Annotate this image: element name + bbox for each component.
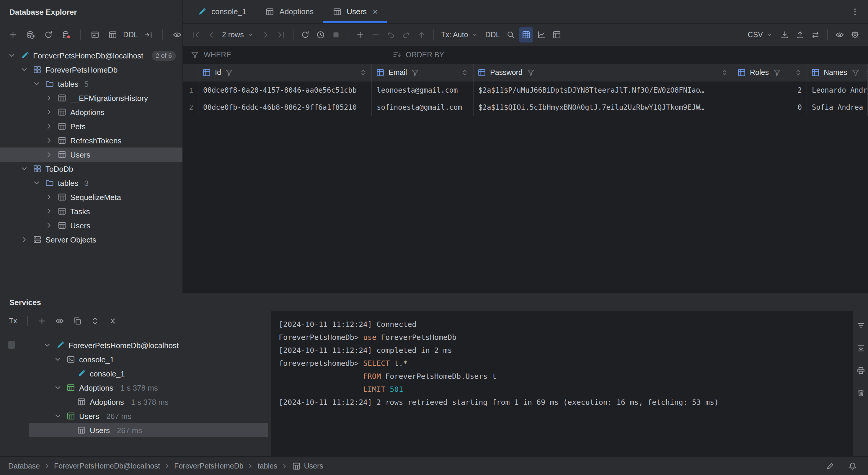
- disconnect-button[interactable]: [59, 27, 73, 42]
- explorer-item-tables[interactable]: tables5: [0, 77, 182, 91]
- explorer-item-foreverpetshomedb[interactable]: ForeverPetsHomeDb: [0, 63, 182, 77]
- compare-data-button[interactable]: [808, 27, 823, 42]
- chart-view-toggle[interactable]: [534, 27, 548, 42]
- service-item-foreverpetshomedb-localhost[interactable]: ForeverPetsHomeDb@localhost: [29, 338, 268, 352]
- cell-password[interactable]: $2a$11$QIOi.5cIbHmyxBNOA0gtJ.7eilu2UzRbw…: [473, 99, 733, 116]
- ddl-button[interactable]: DDL: [483, 27, 502, 42]
- expand-all-button[interactable]: [88, 313, 102, 329]
- explorer-item-tasks[interactable]: Tasks: [0, 204, 182, 218]
- cell-password[interactable]: $2a$11$P/uMuJ66BiDptsDJYN8TteeraJlT.Nf3O…: [473, 81, 733, 99]
- explorer-item-foreverpetshomedb-localhost[interactable]: ForeverPetsHomeDb@localhost2 of 6: [0, 48, 182, 63]
- open-console-button[interactable]: [88, 27, 102, 42]
- row-number[interactable]: 2: [183, 99, 198, 116]
- explorer-item-users[interactable]: Users: [0, 218, 182, 233]
- breadcrumb-foreverpetshomedb[interactable]: ForeverPetsHomeDb: [174, 462, 244, 470]
- explorer-item-users[interactable]: Users: [0, 147, 182, 162]
- tab-console-1[interactable]: console_1: [188, 0, 256, 23]
- cell-roles[interactable]: 0: [733, 99, 807, 116]
- column-filter-icon[interactable]: [772, 68, 782, 77]
- order-by-filter[interactable]: ORDER BY: [385, 50, 452, 60]
- column-filter-icon[interactable]: [850, 68, 860, 77]
- column-sort-icon[interactable]: [720, 68, 729, 77]
- page-size-dropdown[interactable]: 2 rows: [220, 27, 257, 42]
- transaction-filter-button[interactable]: Tx: [6, 313, 20, 329]
- auto-refresh-button[interactable]: [314, 27, 328, 42]
- row-number[interactable]: 1: [183, 81, 198, 99]
- transaction-mode-dropdown[interactable]: Tx: Auto: [439, 27, 482, 42]
- tab-users[interactable]: Users×: [323, 0, 387, 23]
- breadcrumb-tables[interactable]: tables: [258, 462, 278, 470]
- cell-email[interactable]: sofinoesta@gmail.com: [372, 99, 473, 116]
- settings-button[interactable]: [848, 27, 862, 42]
- column-header-id[interactable]: Id: [198, 64, 372, 81]
- grid-view-toggle[interactable]: [519, 27, 533, 42]
- column-sort-icon[interactable]: [460, 68, 469, 77]
- column-filter-icon[interactable]: [225, 68, 234, 77]
- view-options-button[interactable]: [170, 27, 183, 42]
- print-button[interactable]: [854, 363, 868, 378]
- column-sort-icon[interactable]: [359, 68, 368, 77]
- breadcrumb-users[interactable]: Users: [291, 461, 323, 471]
- new-item-button[interactable]: [6, 27, 20, 42]
- find-button[interactable]: [503, 27, 518, 42]
- clear-console-button[interactable]: [854, 385, 868, 401]
- column-header-email[interactable]: Email: [372, 64, 473, 81]
- explorer-item-adoptions[interactable]: Adoptions: [0, 105, 182, 119]
- breadcrumb-database[interactable]: Database: [8, 462, 40, 470]
- open-data-button[interactable]: [106, 27, 120, 42]
- explorer-item-server-objects[interactable]: Server Objects: [0, 233, 182, 247]
- transpose-view-toggle[interactable]: [550, 27, 564, 42]
- add-service-button[interactable]: [35, 313, 49, 329]
- service-item-console-1[interactable]: console_1: [29, 352, 268, 366]
- column-header-password[interactable]: Password: [473, 64, 733, 81]
- column-sort-icon[interactable]: [864, 68, 868, 77]
- last-page-button[interactable]: [274, 27, 288, 42]
- jump-to-ddl-button[interactable]: [141, 27, 155, 42]
- notifications-button[interactable]: [845, 458, 860, 474]
- tab-options-button[interactable]: [848, 4, 862, 19]
- cell-names[interactable]: Leonardo Andr: [807, 81, 868, 99]
- redo-button[interactable]: [399, 27, 413, 42]
- service-checkbox[interactable]: [8, 341, 16, 349]
- services-view-options-button[interactable]: [53, 313, 67, 329]
- next-page-button[interactable]: [259, 27, 273, 42]
- sync-datasource-button[interactable]: [24, 27, 38, 42]
- explorer-item-tododb[interactable]: ToDoDb: [0, 162, 182, 176]
- explorer-item-sequelizemeta[interactable]: SequelizeMeta: [0, 190, 182, 204]
- service-item-console-1[interactable]: console_1: [29, 366, 268, 381]
- column-sort-icon[interactable]: [794, 68, 803, 77]
- export-format-dropdown[interactable]: CSV: [745, 27, 776, 42]
- ddl-viewer-button[interactable]: DDL: [123, 27, 137, 42]
- service-item-users[interactable]: Users267 ms: [29, 409, 268, 423]
- refresh-objects-button[interactable]: [41, 27, 56, 42]
- add-row-button[interactable]: [353, 27, 367, 42]
- console-filter-button[interactable]: [854, 318, 868, 333]
- cell-names[interactable]: Sofia Andrea: [807, 99, 868, 116]
- open-in-new-tab-button[interactable]: [70, 313, 85, 329]
- column-header-roles[interactable]: Roles: [733, 64, 807, 81]
- service-item-users[interactable]: Users267 ms: [29, 423, 268, 437]
- reload-data-button[interactable]: [298, 27, 312, 42]
- cell-email[interactable]: leonoesta@gmail.com: [372, 81, 473, 99]
- revert-button[interactable]: [384, 27, 398, 42]
- explorer-item-refreshtokens[interactable]: RefreshTokens: [0, 133, 182, 147]
- export-data-button[interactable]: [778, 27, 792, 42]
- tab-adoptions[interactable]: Adoptions: [256, 0, 323, 23]
- cell-id[interactable]: 08dce0f8-0a20-4157-8046-aa0e56c51cbb: [198, 81, 372, 99]
- explorer-item-tables[interactable]: tables3: [0, 176, 182, 190]
- collapse-all-button[interactable]: [106, 313, 120, 329]
- cell-id[interactable]: 08dce0fb-6ddc-46b8-8862-9ff6a1f85210: [198, 99, 372, 116]
- import-data-button[interactable]: [793, 27, 807, 42]
- delete-row-button[interactable]: [368, 27, 383, 42]
- first-page-button[interactable]: [189, 27, 203, 42]
- editor-mode-indicator[interactable]: [823, 458, 837, 474]
- service-item-adoptions[interactable]: Adoptions1 s 378 ms: [29, 395, 268, 409]
- scroll-to-end-button[interactable]: [854, 340, 868, 356]
- column-header-names[interactable]: Names: [807, 64, 868, 81]
- previous-page-button[interactable]: [204, 27, 218, 42]
- breadcrumb-foreverpetshomedb-localhost[interactable]: ForeverPetsHomeDb@localhost: [54, 462, 160, 470]
- console-output[interactable]: [2024-10-11 11:12:24] ConnectedForeverPe…: [272, 311, 852, 456]
- explorer-item-pets[interactable]: Pets: [0, 119, 182, 133]
- column-filter-icon[interactable]: [411, 68, 420, 77]
- stop-button[interactable]: [329, 27, 343, 42]
